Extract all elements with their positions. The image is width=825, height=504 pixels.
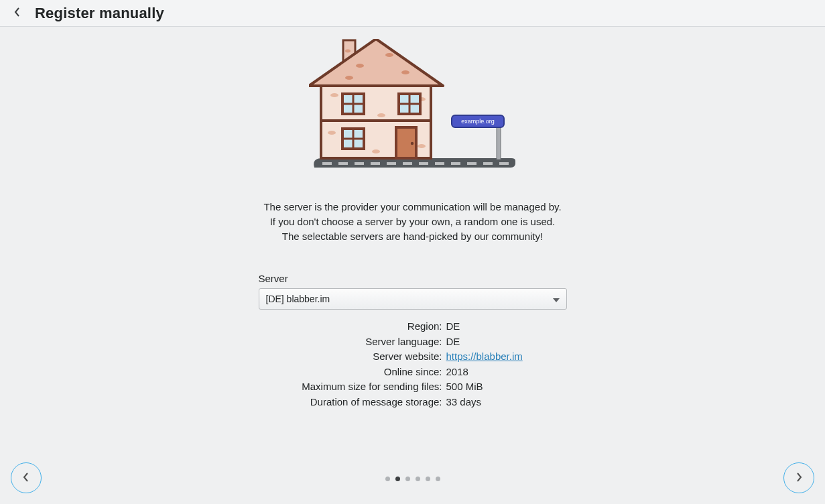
desc-line1: The server is the provider your communic… (259, 200, 567, 214)
detail-language-value: DE (446, 334, 564, 350)
svg-point-9 (401, 70, 409, 74)
detail-max-file-label: Maximum size for sending files: (261, 379, 442, 395)
detail-language-label: Server language: (261, 334, 442, 350)
detail-storage: Duration of message storage: 33 days (259, 395, 567, 410)
svg-rect-1 (497, 126, 501, 160)
house-illustration: example.org (309, 39, 517, 180)
detail-region: Region: DE (259, 319, 567, 334)
detail-storage-label: Duration of message storage: (261, 395, 442, 410)
page-dot[interactable] (395, 477, 400, 481)
page-dot[interactable] (426, 477, 430, 481)
chevron-left-icon (13, 7, 21, 19)
header-bar: Register manually (0, 0, 825, 27)
detail-max-file-value: 500 MiB (446, 379, 564, 395)
next-button[interactable] (783, 462, 814, 493)
svg-point-7 (356, 64, 364, 68)
detail-online-since-value: 2018 (446, 365, 564, 380)
page-title: Register manually (35, 5, 164, 22)
back-button[interactable] (8, 4, 27, 23)
detail-online-since-label: Online since: (261, 365, 442, 380)
svg-marker-6 (309, 39, 443, 86)
server-section: Server [DE] blabber.im Region: DE Server… (259, 273, 567, 410)
desc-line2: If you don't choose a server by your own… (259, 214, 567, 229)
svg-point-4 (345, 50, 351, 53)
page-dot[interactable] (405, 477, 410, 481)
server-details: Region: DE Server language: DE Server we… (259, 319, 567, 410)
chevron-right-icon (795, 472, 803, 485)
desc-line3: The selectable servers are hand-picked b… (259, 229, 567, 244)
main: example.org The server is the provider y… (0, 27, 825, 504)
detail-region-label: Region: (261, 319, 442, 334)
server-website-link[interactable]: https://blabber.im (446, 351, 523, 362)
svg-point-10 (345, 76, 353, 80)
prev-button[interactable] (11, 462, 42, 493)
chevron-down-icon (553, 293, 560, 305)
detail-language: Server language: DE (259, 334, 567, 350)
chevron-left-icon (22, 472, 30, 485)
detail-region-value: DE (446, 319, 564, 334)
server-selected-text: [DE] blabber.im (266, 294, 553, 304)
detail-storage-value: 33 days (446, 395, 564, 410)
detail-online-since: Online since: 2018 (259, 365, 567, 380)
svg-point-29 (410, 142, 413, 145)
sign-text: example.org (461, 118, 495, 125)
content: example.org The server is the provider y… (259, 27, 567, 410)
svg-marker-30 (553, 298, 560, 302)
detail-website-label: Server website: (261, 349, 442, 365)
svg-point-15 (328, 131, 336, 135)
svg-point-17 (418, 144, 426, 148)
page-dot[interactable] (416, 477, 420, 481)
page-dot[interactable] (436, 477, 440, 481)
detail-max-file: Maximum size for sending files: 500 MiB (259, 379, 567, 395)
svg-point-18 (372, 149, 380, 153)
svg-point-16 (377, 113, 385, 117)
description: The server is the provider your communic… (259, 200, 567, 243)
svg-point-8 (385, 53, 393, 57)
server-label: Server (259, 273, 567, 284)
server-select[interactable]: [DE] blabber.im (259, 288, 567, 310)
detail-website: Server website: https://blabber.im (259, 349, 567, 365)
page-dot[interactable] (385, 477, 390, 481)
svg-point-13 (330, 93, 338, 97)
page-indicator (385, 477, 440, 481)
